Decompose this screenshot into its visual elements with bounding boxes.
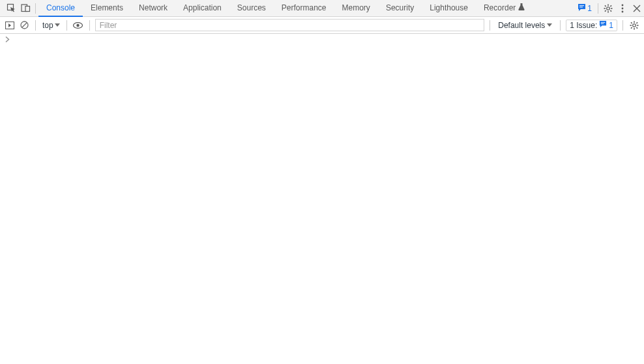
issues-label: 1 Issue: bbox=[570, 21, 597, 30]
divider bbox=[35, 20, 36, 31]
chevron-down-icon bbox=[547, 23, 552, 27]
sidebar-toggle-icon[interactable] bbox=[4, 17, 16, 34]
svg-rect-8 bbox=[611, 8, 612, 9]
messages-count: 1 bbox=[587, 4, 592, 13]
close-icon[interactable] bbox=[630, 0, 644, 17]
issues-count: 1 bbox=[609, 21, 613, 30]
svg-rect-11 bbox=[610, 5, 612, 7]
chevron-down-icon bbox=[55, 23, 60, 27]
topbar-left-group bbox=[0, 0, 38, 16]
messages-button[interactable]: 1 bbox=[574, 3, 595, 14]
tab-console[interactable]: Console bbox=[38, 0, 83, 17]
topbar-right-group: 1 bbox=[574, 0, 644, 16]
svg-rect-30 bbox=[630, 27, 632, 29]
device-toolbar-icon[interactable] bbox=[18, 0, 33, 17]
svg-rect-24 bbox=[634, 28, 635, 29]
tab-application[interactable]: Application bbox=[175, 0, 229, 17]
flask-icon bbox=[518, 3, 525, 12]
svg-rect-22 bbox=[601, 23, 604, 24]
svg-rect-21 bbox=[601, 22, 605, 23]
svg-rect-7 bbox=[604, 8, 606, 9]
filter-input[interactable] bbox=[95, 19, 485, 31]
levels-label: Default levels bbox=[498, 21, 545, 30]
panel-tabs: Console Elements Network Application Sou… bbox=[38, 0, 533, 16]
tab-label: Recorder bbox=[484, 3, 516, 12]
tab-label: Lighthouse bbox=[430, 3, 468, 12]
svg-rect-29 bbox=[636, 21, 638, 23]
svg-point-20 bbox=[76, 23, 79, 26]
tab-recorder[interactable]: Recorder bbox=[476, 0, 533, 17]
spacer bbox=[533, 0, 574, 16]
divider bbox=[35, 3, 36, 14]
divider bbox=[89, 20, 90, 31]
settings-gear-icon[interactable] bbox=[601, 0, 615, 17]
tab-label: Console bbox=[46, 3, 75, 12]
context-label: top bbox=[42, 21, 53, 30]
devtools-topbar: Console Elements Network Application Sou… bbox=[0, 0, 644, 17]
svg-rect-10 bbox=[610, 10, 612, 12]
svg-point-14 bbox=[622, 7, 624, 9]
tab-label: Application bbox=[183, 3, 222, 12]
chat-icon bbox=[599, 20, 607, 30]
svg-rect-6 bbox=[607, 11, 609, 12]
live-expression-icon[interactable] bbox=[72, 17, 84, 34]
tab-label: Sources bbox=[237, 3, 266, 12]
tab-label: Elements bbox=[91, 3, 123, 12]
divider bbox=[622, 20, 623, 31]
tab-security[interactable]: Security bbox=[378, 0, 422, 17]
tab-performance[interactable]: Performance bbox=[274, 0, 334, 17]
svg-rect-12 bbox=[604, 10, 606, 12]
tab-label: Security bbox=[386, 3, 414, 12]
svg-point-13 bbox=[622, 4, 624, 6]
prompt-caret-icon bbox=[5, 35, 10, 44]
more-icon[interactable] bbox=[615, 0, 630, 17]
console-toolbar: top Default levels 1 Issue: 1 bbox=[0, 17, 644, 34]
context-dropdown[interactable]: top bbox=[41, 21, 61, 30]
clear-console-icon[interactable] bbox=[18, 17, 30, 34]
divider bbox=[598, 3, 598, 14]
tab-label: Network bbox=[139, 3, 168, 12]
svg-rect-25 bbox=[630, 25, 632, 26]
tab-elements[interactable]: Elements bbox=[83, 0, 131, 17]
svg-point-15 bbox=[622, 10, 624, 12]
svg-line-18 bbox=[22, 23, 27, 28]
inspect-element-icon[interactable] bbox=[4, 0, 18, 17]
tab-label: Performance bbox=[282, 3, 327, 12]
divider bbox=[66, 20, 67, 31]
console-body[interactable] bbox=[0, 34, 644, 364]
svg-rect-4 bbox=[579, 7, 583, 7]
tab-label: Memory bbox=[342, 3, 370, 12]
svg-rect-27 bbox=[630, 21, 632, 23]
issues-button[interactable]: 1 Issue: 1 bbox=[566, 20, 617, 31]
tab-memory[interactable]: Memory bbox=[334, 0, 378, 17]
svg-rect-28 bbox=[636, 27, 638, 29]
svg-rect-9 bbox=[604, 5, 606, 7]
svg-rect-3 bbox=[579, 5, 584, 6]
svg-rect-23 bbox=[634, 21, 635, 22]
divider bbox=[560, 20, 561, 31]
svg-rect-5 bbox=[607, 4, 609, 5]
svg-rect-26 bbox=[637, 25, 638, 26]
tab-sources[interactable]: Sources bbox=[229, 0, 274, 17]
tab-network[interactable]: Network bbox=[131, 0, 175, 17]
console-prompt-row[interactable] bbox=[0, 34, 644, 46]
svg-rect-2 bbox=[25, 7, 30, 12]
chat-icon bbox=[578, 3, 586, 14]
tab-lighthouse[interactable]: Lighthouse bbox=[422, 0, 476, 17]
console-settings-gear-icon[interactable] bbox=[628, 17, 640, 34]
log-levels-dropdown[interactable]: Default levels bbox=[495, 21, 555, 30]
divider bbox=[490, 20, 490, 31]
